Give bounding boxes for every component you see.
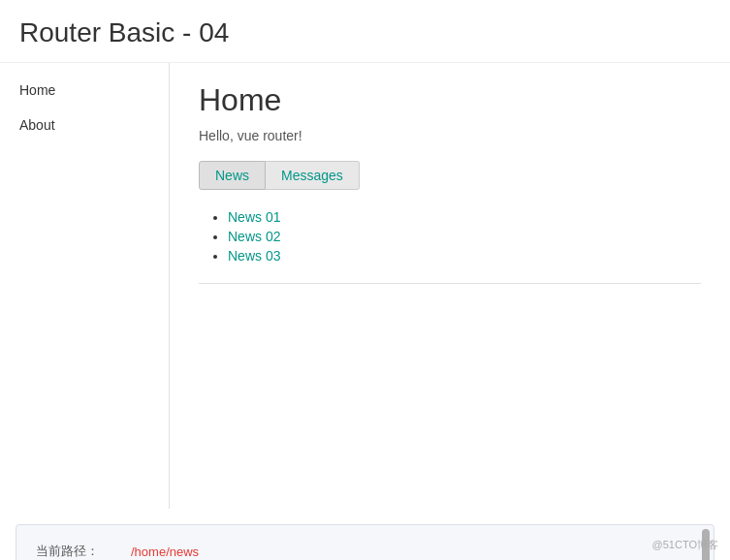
news-03-link[interactable]: News 03 [228, 248, 280, 264]
list-item: News 02 [228, 229, 701, 244]
watermark: @51CTO博客 [652, 538, 718, 552]
main-layout: Home About Home Hello, vue router! News … [0, 63, 730, 509]
content-heading: Home [199, 82, 701, 118]
tabs-row: News Messages [199, 161, 701, 190]
hello-text: Hello, vue router! [199, 128, 701, 143]
list-item: News 03 [228, 248, 701, 264]
info-row-path: 当前路径： /home/news [36, 543, 694, 560]
news-list: News 01 News 02 News 03 [199, 209, 701, 264]
current-path-label: 当前路径： [36, 543, 123, 560]
page-title: Router Basic - 04 [0, 0, 730, 63]
tab-news[interactable]: News [199, 161, 266, 190]
sidebar-item-about[interactable]: About [0, 108, 169, 142]
divider [199, 283, 701, 284]
sidebar-item-home[interactable]: Home [0, 73, 169, 108]
news-01-link[interactable]: News 01 [228, 209, 280, 225]
sidebar: Home About [0, 63, 170, 509]
list-item: News 01 [228, 209, 701, 225]
current-path-value: /home/news [131, 544, 199, 559]
news-02-link[interactable]: News 02 [228, 229, 280, 244]
tab-messages[interactable]: Messages [266, 161, 360, 190]
info-box: 当前路径： /home/news 当前参数： {} 路由名称： news 路由查… [16, 524, 714, 560]
content-area: Home Hello, vue router! News Messages Ne… [170, 63, 730, 509]
